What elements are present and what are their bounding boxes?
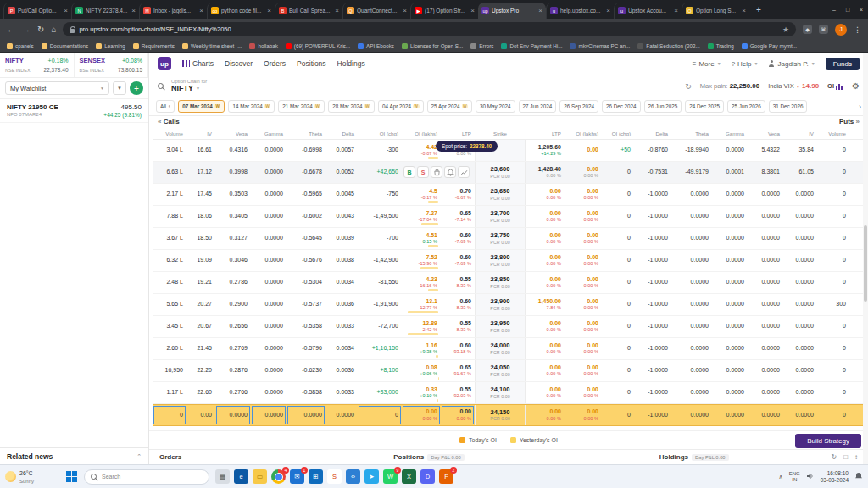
col-put-iv[interactable]: IV	[783, 130, 817, 136]
basket-icon[interactable]	[431, 166, 442, 178]
app-icon[interactable]: 4	[271, 469, 286, 484]
close-button[interactable]: ×	[854, 0, 868, 19]
browser-menu-icon[interactable]: ⋮	[854, 25, 861, 34]
extension-icon[interactable]: ◆	[803, 25, 812, 34]
app-icon[interactable]: X	[402, 469, 416, 484]
funds-button[interactable]: Funds	[826, 58, 860, 70]
bookmark-item[interactable]: Errors	[470, 43, 493, 49]
positions-tab[interactable]: PositionsDay P&L 0.00	[393, 453, 465, 461]
expiry-date-pill[interactable]: 24 Dec 2025	[685, 100, 724, 113]
back-icon[interactable]: ←	[7, 25, 15, 34]
expiry-date-pill[interactable]: 31 Dec 2026	[769, 100, 808, 113]
tray-expand-icon[interactable]: ∧	[779, 474, 783, 480]
browser-tab[interactable]: O Option Long S... ×	[682, 3, 749, 19]
index-quote[interactable]: SENSEX +0.08% BSE INDEX 73,806.15	[75, 53, 149, 77]
tab-close-icon[interactable]: ×	[538, 7, 542, 14]
sell-button[interactable]: S	[417, 166, 429, 178]
expiry-date-pill[interactable]: 04 Apr 2024 W	[378, 100, 424, 113]
strike-cell[interactable]: 23,650PCR 0.00	[475, 184, 526, 205]
app-icon[interactable]: ✉ 1	[290, 469, 304, 484]
app-icon[interactable]: S	[327, 469, 342, 484]
scrollbar-thumb[interactable]	[864, 225, 867, 302]
orders-tab[interactable]: Orders	[159, 453, 181, 461]
bookmark-item[interactable]: Learning	[96, 43, 125, 49]
gear-icon[interactable]: ⚙	[852, 81, 860, 91]
expiry-date-pill[interactable]: 26 Dec 2024	[602, 100, 641, 113]
col-put-delta[interactable]: Delta	[634, 130, 671, 136]
option-chain-row[interactable]: 0 0.00 0.0000 0.0000 0.0000 0.0000 0 0.0…	[153, 404, 865, 426]
nav-discover[interactable]: Discover	[225, 59, 253, 68]
option-chain-row[interactable]: 2.48 L 19.21 0.2786 0.0000 -0.5304 0.003…	[153, 272, 865, 294]
tab-close-icon[interactable]: ×	[335, 7, 339, 14]
option-chain-row[interactable]: 2.60 L 21.45 0.2769 0.0000 -0.5796 0.003…	[153, 338, 865, 360]
extensions-puzzle-icon[interactable]: ⌘	[819, 25, 828, 34]
puts-header[interactable]: Puts »	[839, 118, 860, 125]
bookmark-item[interactable]: cpanels	[7, 43, 34, 49]
app-icon[interactable]: W 9	[383, 469, 398, 484]
browser-tab[interactable]: N NIFTY 22378.4... ×	[71, 3, 139, 19]
option-chain-row[interactable]: 2.17 L 17.45 0.3503 0.0000 -0.5965 0.004…	[153, 184, 865, 206]
browser-tab[interactable]: B Bull Call Sprea... ×	[275, 3, 342, 19]
col-put-volume[interactable]: Volume	[817, 130, 849, 136]
maximize-button[interactable]: □	[841, 0, 854, 19]
watchlist-select[interactable]: My Watchlist ▼	[5, 81, 109, 95]
address-bar[interactable]: pro.upstox.com/option-chain/NSE_INDEX/Ni…	[63, 22, 796, 36]
index-quote[interactable]: NIFTY +0.18% NSE INDEX 22,378.40	[0, 53, 75, 77]
browser-tab[interactable]: ▶ (17) Option Str... ×	[410, 3, 478, 19]
watchlist-item[interactable]: NIFTY 21950 CE 495.50 NFO 07MAR24 +44.25…	[0, 99, 148, 123]
option-chain-row[interactable]: 3.04 L 16.61 0.4316 0.0000 -0.6998 0.005…	[153, 140, 865, 162]
strike-cell[interactable]: 24,050PCR 0.00	[475, 360, 526, 381]
holdings-tab[interactable]: HoldingsDay P&L 0.00	[659, 453, 729, 461]
minimize-button[interactable]: –	[827, 0, 841, 19]
col-call-oi[interactable]: OI (lakhs)	[402, 130, 441, 136]
help-menu[interactable]: ? Help ▼	[732, 60, 759, 68]
app-icon[interactable]: ▭	[253, 469, 267, 484]
tab-close-icon[interactable]: ×	[403, 7, 407, 14]
more-menu[interactable]: ≡ More ▼	[693, 60, 721, 68]
nav-positions[interactable]: Positions	[297, 59, 326, 68]
chart-icon[interactable]	[458, 166, 470, 178]
related-news-bar[interactable]: Related news ⌃	[0, 447, 148, 464]
expiry-date-pill[interactable]: 27 Jun 2024	[519, 100, 557, 113]
app-icon[interactable]: ▦	[215, 469, 230, 484]
option-chain-row[interactable]: 3.67 L 18.50 0.3127 0.0000 -0.5645 0.003…	[153, 228, 865, 250]
col-put-theta[interactable]: Theta	[671, 130, 712, 136]
browser-tab[interactable]: co python code fil... ×	[207, 3, 275, 19]
browser-tab[interactable]: u help.upstox.co... ×	[546, 3, 614, 19]
strike-cell[interactable]: 23,750PCR 0.00	[475, 228, 526, 249]
bookmark-item[interactable]: mkvCinemas PC an...	[570, 43, 630, 49]
user-menu[interactable]: Jagdish P. ▼	[768, 60, 815, 68]
col-call-delta[interactable]: Delta	[326, 130, 358, 136]
expiry-date-pill[interactable]: 25 Jun 2026	[727, 100, 765, 113]
notification-bell-icon[interactable]	[854, 472, 863, 482]
build-strategy-button[interactable]: Build Strategy	[795, 434, 861, 448]
symbol-picker[interactable]: Option Chain for NIFTY▼	[171, 79, 207, 92]
bookmark-item[interactable]: (69) POWERFUL Kris...	[286, 43, 350, 49]
strike-cell[interactable]: 23,700PCR 0.00	[475, 206, 526, 227]
col-put-vega[interactable]: Vega	[748, 130, 783, 136]
col-put-gamma[interactable]: Gamma	[712, 130, 748, 136]
col-put-oi-chg[interactable]: OI (chg)	[602, 130, 634, 136]
weather-widget[interactable]: 26°CSunny	[5, 469, 59, 485]
col-strike[interactable]: Strike	[475, 130, 526, 136]
upstox-logo[interactable]: up	[158, 57, 171, 70]
strike-cell[interactable]: 23,800PCR 0.00	[475, 250, 526, 271]
add-scrip-button[interactable]: +	[130, 81, 143, 95]
bookmark-item[interactable]: Fatal Seduction (202...	[637, 43, 699, 49]
oi-toggle[interactable]: OI	[827, 82, 843, 90]
option-chain-row[interactable]: 5.65 L 20.27 0.2900 0.0000 -0.5737 0.003…	[153, 294, 865, 316]
app-icon[interactable]: ➤	[364, 469, 379, 484]
tab-close-icon[interactable]: ×	[131, 7, 136, 14]
expiry-date-pill[interactable]: 26 Sep 2024	[559, 100, 598, 113]
clock[interactable]: 16:08:1003-03-2024	[821, 470, 849, 484]
strike-cell[interactable]: 23,850PCR 0.00	[475, 272, 526, 293]
bookmark-item[interactable]: Trading	[708, 43, 734, 49]
col-call-oi-chg[interactable]: OI (chg)	[358, 130, 402, 136]
option-chain-row[interactable]: 1.17 L 22.60 0.2766 0.0000 -0.5858 0.003…	[153, 382, 865, 404]
col-call-volume[interactable]: Volume	[153, 130, 186, 136]
expiry-date-pill[interactable]: 14 Mar 2024 W	[228, 100, 275, 113]
app-icon[interactable]: ⊞	[309, 469, 323, 484]
browser-tab[interactable]: u Upstox Accou... ×	[614, 3, 682, 19]
bookmark-star-icon[interactable]: ★	[782, 25, 789, 34]
alert-bell-icon[interactable]	[444, 166, 456, 178]
